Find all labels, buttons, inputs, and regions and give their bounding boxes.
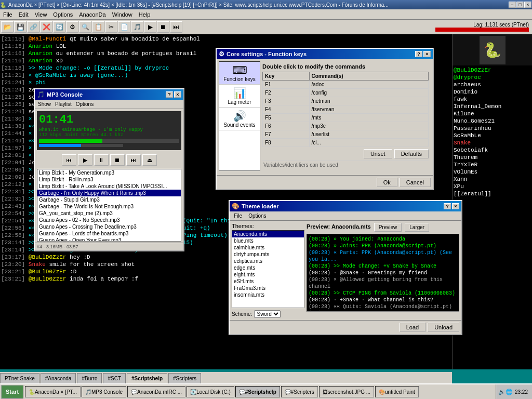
taskbar-item-anaconda[interactable]: 🐍 AnaconDa × [PT... bbox=[25, 386, 81, 397]
nick-item[interactable]: vOlUmEs bbox=[454, 168, 531, 176]
table-row[interactable]: F8/cl... bbox=[263, 139, 429, 147]
mp3-volume[interactable] bbox=[39, 144, 123, 147]
playlist-item[interactable]: Guano Apes - 02 - No Speech.mp3 bbox=[37, 217, 181, 223]
table-row[interactable]: F3/netman bbox=[263, 97, 429, 105]
cs-close-button[interactable]: × bbox=[423, 51, 431, 57]
nick-item[interactable]: [[Zeratul]] bbox=[454, 190, 531, 197]
nick-item-snake[interactable]: Snake bbox=[454, 139, 531, 147]
theme-item[interactable]: eSH.mts bbox=[232, 278, 304, 285]
playlist-item[interactable]: Guano Apes - Crossing The Deadline.mp3 bbox=[37, 223, 181, 230]
cs-tab-lag-meter[interactable]: 📊 Lag meter bbox=[219, 85, 260, 108]
nick-item[interactable]: ScRaMbLe bbox=[454, 132, 531, 139]
menu-file[interactable]: File bbox=[0, 10, 16, 19]
mp3-help-button[interactable]: ? bbox=[166, 91, 173, 98]
tl-load-button[interactable]: Load bbox=[400, 323, 425, 332]
mp3-close-button[interactable]: × bbox=[174, 91, 181, 98]
table-row[interactable]: F1/adoc bbox=[263, 81, 429, 89]
toolbar-btn-9[interactable]: ✂ bbox=[105, 21, 117, 33]
table-row[interactable]: F6/mp3c bbox=[263, 122, 429, 130]
theme-loader-titlebar[interactable]: 🎨 Theme loader ? × bbox=[230, 201, 461, 211]
nick-item[interactable]: XPu bbox=[454, 183, 531, 190]
theme-item[interactable]: calmblue.mts bbox=[232, 244, 304, 251]
theme-item[interactable]: FraGma3.mts bbox=[232, 285, 304, 291]
tab-anaconda[interactable]: #Anaconda bbox=[41, 373, 76, 383]
menu-options[interactable]: Options bbox=[50, 10, 76, 19]
scheme-select[interactable]: Sword bbox=[254, 310, 281, 318]
theme-item[interactable]: dirtyhumpa.mts bbox=[232, 251, 304, 258]
playlist-item-selected[interactable]: Garbage - I'm Only Happy When it Rains .… bbox=[37, 190, 181, 196]
mp3-play-button[interactable]: ▶ bbox=[78, 154, 92, 166]
toolbar-btn-7[interactable]: 🔍 bbox=[79, 21, 91, 33]
theme-item[interactable]: ecliptica.mts bbox=[232, 258, 304, 264]
taskbar-item-scriptshelp[interactable]: 💬 #Scriptshelp bbox=[235, 386, 280, 397]
toolbar-btn-2[interactable]: 💾 bbox=[14, 21, 26, 33]
nick-item[interactable]: Infernal_Demon bbox=[454, 103, 531, 110]
cs-ok-button[interactable]: Ok bbox=[377, 178, 397, 187]
playlist-item[interactable]: Guano Apes - Lords of the boards.mp3 bbox=[37, 230, 181, 237]
maximize-button[interactable]: □ bbox=[516, 2, 524, 8]
toolbar-btn-10[interactable]: 📄 bbox=[118, 21, 130, 33]
menu-anaconda[interactable]: AnaconDa bbox=[76, 10, 109, 19]
mp3-prev-button[interactable]: ⏮ bbox=[62, 154, 76, 166]
tl-preview-button[interactable]: Preview bbox=[374, 223, 402, 232]
table-row[interactable]: F7/userlist bbox=[263, 130, 429, 139]
mp3-seekbar[interactable] bbox=[39, 139, 179, 143]
cs-tab-sound-events[interactable]: 🔊 Sound events bbox=[219, 108, 260, 130]
menu-edit[interactable]: Edit bbox=[16, 10, 32, 19]
playlist-item[interactable]: Limp Bizkit - Rollin.mp3 bbox=[37, 176, 181, 183]
menu-view[interactable]: View bbox=[32, 10, 50, 19]
nick-item[interactable]: TrYxTeR bbox=[454, 161, 531, 168]
toolbar-btn-5[interactable]: 🔄 bbox=[53, 21, 65, 33]
nick-item[interactable]: Sobetoiafk bbox=[454, 147, 531, 154]
tl-menu-file[interactable]: File bbox=[231, 212, 245, 219]
start-button[interactable]: Start bbox=[1, 385, 23, 398]
cs-unset-button[interactable]: Unset bbox=[364, 149, 392, 158]
toolbar-btn-6[interactable]: ⚙ bbox=[66, 21, 78, 33]
tl-unload-button[interactable]: Unload bbox=[428, 323, 459, 332]
table-row[interactable]: F4/fservman bbox=[263, 105, 429, 114]
playlist-item[interactable]: Garbage - Stupid Girl.mp3 bbox=[37, 196, 181, 203]
theme-item[interactable]: eight.mts bbox=[232, 271, 304, 278]
nick-item[interactable]: Kilune bbox=[454, 110, 531, 117]
close-button[interactable]: × bbox=[524, 2, 531, 8]
cs-tab-function-keys[interactable]: ⌨ Function keys bbox=[219, 62, 260, 85]
taskbar-item-mirc[interactable]: 💬 AnaconDa mIRC ... bbox=[127, 386, 185, 397]
toolbar-btn-11[interactable]: 🎵 bbox=[131, 21, 143, 33]
mp3-console-titlebar[interactable]: 🎵 MP3 Console ? × bbox=[35, 89, 183, 100]
tab-scriptshelp[interactable]: #Scriptshelp bbox=[127, 373, 167, 383]
taskbar-item-disk[interactable]: 💽 Local Disk (C:) bbox=[187, 386, 234, 397]
tl-help-button[interactable]: ? bbox=[444, 203, 451, 209]
playlist-item[interactable]: GA_you_cant_stop_me (2).mp3 bbox=[37, 210, 181, 217]
nick-item[interactable]: fawk bbox=[454, 96, 531, 103]
cs-defaults-button[interactable]: Defaults bbox=[394, 149, 429, 158]
nick-item[interactable]: @dryproc bbox=[454, 74, 531, 81]
tab-sct[interactable]: #SCT bbox=[103, 373, 126, 383]
mp3-menu-show[interactable]: Show bbox=[36, 101, 53, 108]
toolbar-btn-12[interactable]: ▶ bbox=[144, 21, 156, 33]
tl-close-button[interactable]: × bbox=[452, 203, 459, 209]
theme-item-selected[interactable]: Anaconda.mts bbox=[232, 231, 304, 237]
playlist-item[interactable]: Limp Bizkit - Take A Look Around (MISSIO… bbox=[37, 183, 181, 190]
core-settings-titlebar[interactable]: ⚙ Core settings - Function keys ? × bbox=[217, 49, 433, 59]
toolbar-btn-8[interactable]: 📋 bbox=[92, 21, 104, 33]
menu-window[interactable]: Window bbox=[109, 10, 136, 19]
mp3-menu-playlist[interactable]: Playlist bbox=[53, 101, 74, 108]
theme-item[interactable]: insomnia.mts bbox=[232, 291, 304, 298]
taskbar-item-scripters[interactable]: 💬 #Scripters bbox=[281, 386, 318, 397]
tl-menu-options[interactable]: Options bbox=[245, 212, 269, 219]
minimize-button[interactable]: − bbox=[509, 2, 516, 8]
playlist-item[interactable]: Guano Apes - Open Your Eyes.mp3 bbox=[37, 237, 181, 242]
toolbar-btn-13[interactable]: ⏹ bbox=[157, 21, 169, 33]
mp3-playlist[interactable]: Limp Bizkit - My Generation.mp3 Limp Biz… bbox=[37, 169, 181, 242]
mp3-pause-button[interactable]: ⏸ bbox=[94, 154, 109, 166]
taskbar-item-screenshot[interactable]: 🖼 screenshot.JPG ... bbox=[319, 386, 374, 397]
menu-help[interactable]: Help bbox=[136, 10, 154, 19]
nick-item[interactable]: archaeus bbox=[454, 81, 531, 88]
mp3-menu-options[interactable]: Options bbox=[74, 101, 96, 108]
toolbar-btn-4[interactable]: ❌ bbox=[40, 21, 52, 33]
nick-item[interactable]: Dominio bbox=[454, 88, 531, 96]
nick-item[interactable]: Nuno_Gomes21 bbox=[454, 117, 531, 125]
nick-item[interactable]: Passarinhuu bbox=[454, 125, 531, 132]
nick-item[interactable]: @BuLlD0ZzEr bbox=[454, 66, 531, 74]
playlist-item[interactable]: Limp Bizkit - My Generation.mp3 bbox=[37, 169, 181, 176]
